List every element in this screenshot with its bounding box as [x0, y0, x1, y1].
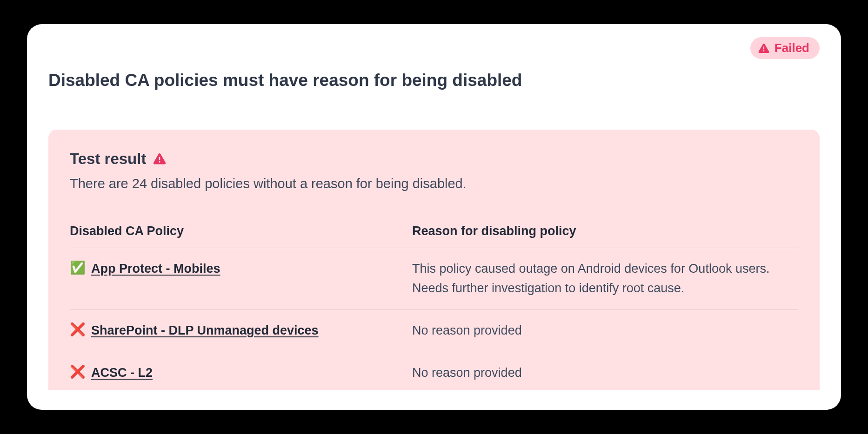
svg-point-1: [763, 50, 765, 52]
warning-icon: [758, 42, 770, 54]
reason-cell: This policy caused outage on Android dev…: [412, 248, 798, 310]
reason-cell: No reason provided: [412, 309, 798, 352]
table-header-reason: Reason for disabling policy: [412, 217, 798, 248]
svg-rect-0: [763, 46, 764, 49]
result-header: Test result: [70, 150, 798, 168]
test-result-panel: Test result There are 24 disabled polici…: [48, 130, 820, 390]
warning-icon: [153, 152, 167, 166]
table-row: ✅ App Protect - Mobiles This policy caus…: [70, 248, 798, 310]
policy-link[interactable]: ACSC - L2: [91, 363, 153, 383]
policy-link[interactable]: App Protect - Mobiles: [91, 259, 220, 279]
page-title: Disabled CA policies must have reason fo…: [48, 71, 820, 90]
check-icon: ✅: [70, 259, 86, 277]
svg-point-3: [159, 161, 160, 163]
table-header-policy: Disabled CA Policy: [70, 217, 412, 248]
result-heading: Test result: [70, 150, 146, 168]
reason-cell: No reason provided: [412, 352, 798, 394]
divider: [48, 108, 820, 108]
status-badge-label: Failed: [775, 41, 809, 55]
table-row: ❌ SharePoint - DLP Unmanaged devices No …: [70, 309, 798, 352]
cross-icon: ❌: [70, 321, 86, 339]
policies-table: Disabled CA Policy Reason for disabling …: [70, 217, 798, 394]
table-row: ❌ ACSC - L2 No reason provided: [70, 352, 798, 394]
result-summary: There are 24 disabled policies without a…: [70, 176, 798, 191]
svg-rect-2: [159, 157, 160, 160]
cross-icon: ❌: [70, 363, 86, 381]
status-badge: Failed: [750, 37, 820, 59]
policy-link[interactable]: SharePoint - DLP Unmanaged devices: [91, 321, 319, 341]
report-card: Failed Disabled CA policies must have re…: [27, 24, 841, 410]
